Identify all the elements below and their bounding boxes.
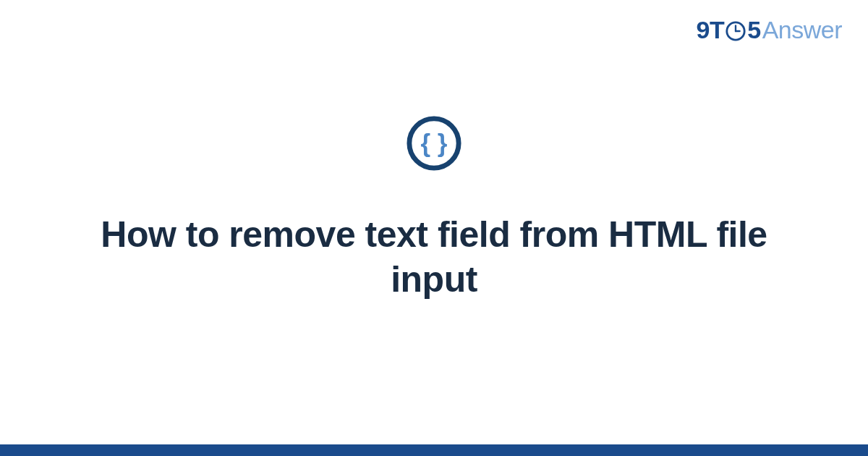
main-content: { } How to remove text field from HTML f… — [0, 0, 868, 456]
page-title: How to remove text field from HTML file … — [87, 212, 781, 303]
code-braces-icon: { } — [406, 115, 462, 172]
svg-text:{ }: { } — [420, 128, 447, 156]
bottom-accent-bar — [0, 444, 868, 456]
